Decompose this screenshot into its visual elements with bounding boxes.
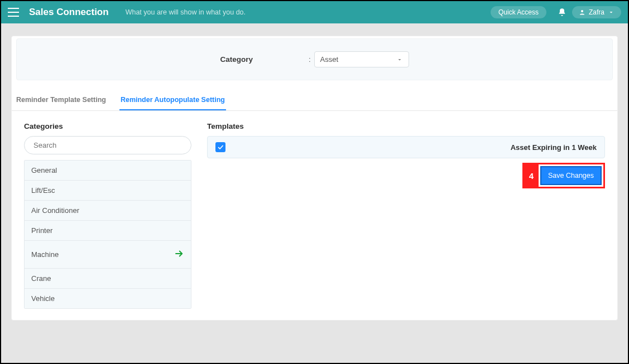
category-label: General [31,166,57,174]
chevron-down-icon [396,56,403,63]
hamburger-menu-icon[interactable] [8,8,19,17]
tabs: Reminder Template Setting Reminder Autop… [12,90,617,111]
category-item-printer[interactable]: Printer [25,221,191,241]
check-icon [217,144,224,151]
category-label: Lift/Esc [31,186,55,195]
category-item-crane[interactable]: Crane [25,269,191,289]
category-label: Air Conditioner [31,206,79,215]
category-item-machine[interactable]: Machine [25,241,191,269]
category-item-vehicle[interactable]: Vehicle [25,289,191,308]
main-card: Category : Asset Reminder Template Setti… [11,36,618,321]
step-callout-number: 4 [524,164,539,187]
categories-title: Categories [24,122,191,130]
category-select-value: Asset [320,55,339,64]
filter-separator: : [309,55,311,64]
categories-column: Categories General Lift/Esc Air Conditio… [24,122,191,309]
step-callout: 4 Save Changes [522,163,605,188]
categories-search-input[interactable] [24,136,191,154]
template-row: Asset Expiring in 1 Week [207,136,605,158]
tagline-text: What you are will show in what you do. [126,8,491,16]
category-item-lift-esc[interactable]: Lift/Esc [25,181,191,201]
category-label: Printer [31,226,52,235]
template-label: Asset Expiring in 1 Week [511,143,597,152]
category-item-general[interactable]: General [25,161,191,181]
top-bar: Sales Connection What you are will show … [1,1,628,23]
arrow-right-icon [174,249,184,260]
user-name: Zafra [589,8,604,16]
save-area: 4 Save Changes [207,163,605,188]
categories-list: General Lift/Esc Air Conditioner Printer… [24,160,191,309]
chevron-down-icon [608,9,614,16]
filter-bar: Category : Asset [16,38,613,80]
filter-label: Category [220,55,253,64]
notifications-bell-icon[interactable] [558,8,566,17]
category-item-air-conditioner[interactable]: Air Conditioner [25,201,191,221]
save-changes-button[interactable]: Save Changes [540,166,602,185]
tab-reminder-template-setting[interactable]: Reminder Template Setting [15,90,107,110]
category-label: Crane [31,274,51,283]
templates-column: Templates Asset Expiring in 1 Week 4 Sav… [207,122,605,309]
svg-point-0 [581,10,583,12]
category-label: Vehicle [31,294,55,303]
category-label: Machine [31,250,59,259]
content-area: Categories General Lift/Esc Air Conditio… [12,111,617,320]
user-menu[interactable]: Zafra [572,6,621,18]
quick-access-button[interactable]: Quick Access [491,6,546,18]
template-checkbox[interactable] [215,142,225,152]
category-select[interactable]: Asset [314,51,409,67]
templates-title: Templates [207,122,605,130]
tab-reminder-autopopulate-setting[interactable]: Reminder Autopopulate Setting [119,90,226,110]
brand-title: Sales Connection [29,7,109,18]
user-icon [579,9,585,16]
page-body: Category : Asset Reminder Template Setti… [1,23,628,363]
